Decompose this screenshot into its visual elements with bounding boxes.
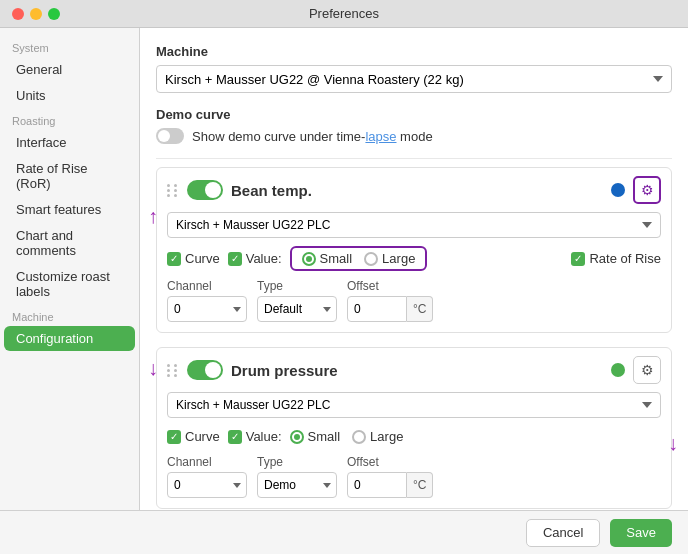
sidebar-item-customize[interactable]: Customize roast labels (4, 264, 135, 304)
bean-temp-type-label: Type (257, 279, 337, 293)
arrow-down-indicator: ↓ (148, 357, 158, 380)
drum-pressure-channel-label: Channel (167, 455, 247, 469)
bean-temp-value-checkbox-label[interactable]: ✓ Value: (228, 251, 282, 266)
drag-handle-bean[interactable] (167, 184, 179, 197)
sidebar-section-system: System (0, 36, 139, 56)
bean-temp-gear-button[interactable]: ⚙ (633, 176, 661, 204)
bean-temp-ror-checkbox[interactable]: ✓ (571, 252, 585, 266)
sidebar-item-configuration[interactable]: Configuration (4, 326, 135, 351)
drum-pressure-plc-select[interactable]: Kirsch + Mausser UG22 PLC (167, 392, 661, 418)
drum-pressure-offset-group: Offset °C (347, 455, 433, 498)
sidebar-section-roasting: Roasting (0, 109, 139, 129)
drum-pressure-options-row: ✓ Curve ✓ Value: (167, 426, 661, 447)
sidebar-item-general[interactable]: General (4, 57, 135, 82)
bean-temp-toggle[interactable] (187, 180, 223, 200)
cancel-button[interactable]: Cancel (526, 519, 600, 547)
demo-curve-label: Demo curve (156, 107, 672, 122)
maximize-button[interactable] (48, 8, 60, 20)
drum-pressure-value-checkbox[interactable]: ✓ (228, 430, 242, 444)
bean-temp-size-radio-group: Small Large (290, 246, 428, 271)
bean-temp-body: Kirsch + Mausser UG22 PLC ✓ Curve ✓ Valu… (157, 212, 671, 332)
bean-temp-options-row: ✓ Curve ✓ Value: (167, 246, 661, 271)
bean-temp-channel-select[interactable]: 0 (167, 296, 247, 322)
bean-temp-small-radio-label[interactable]: Small (302, 251, 353, 266)
bean-temp-type-select[interactable]: Default (257, 296, 337, 322)
drum-pressure-channel-select[interactable]: 0 (167, 472, 247, 498)
drum-pressure-header: Drum pressure ⚙ (157, 348, 671, 392)
bean-temp-channel-group: Channel 0 (167, 279, 247, 322)
main-content: Machine Kirsch + Mausser UG22 @ Vienna R… (140, 28, 688, 510)
bean-temp-name: Bean temp. (231, 182, 603, 199)
drum-pressure-name: Drum pressure (231, 362, 603, 379)
sidebar-item-smart[interactable]: Smart features (4, 197, 135, 222)
sidebar-item-ror[interactable]: Rate of Rise (RoR) (4, 156, 135, 196)
drum-pressure-type-group: Type Demo (257, 455, 337, 498)
save-button[interactable]: Save (610, 519, 672, 547)
drum-pressure-gear-button[interactable]: ⚙ (633, 356, 661, 384)
drum-pressure-type-label: Type (257, 455, 337, 469)
bean-temp-offset-input[interactable] (347, 296, 407, 322)
bean-temp-card: Bean temp. ⚙ Kirsch + Mausser UG22 PLC (156, 167, 672, 333)
drum-pressure-curve-checkbox-label[interactable]: ✓ Curve (167, 429, 220, 444)
drum-pressure-offset-label: Offset (347, 455, 433, 469)
footer: Cancel Save (0, 510, 688, 554)
bean-temp-large-radio[interactable] (364, 252, 378, 266)
drum-pressure-size-radio-group: Small Large (290, 426, 404, 447)
drag-handle-drum[interactable] (167, 364, 179, 377)
arrow-down-right-indicator: ↓ (668, 432, 678, 455)
bean-temp-offset-group: Offset °C (347, 279, 433, 322)
demo-curve-section: Demo curve Show demo curve under time-la… (156, 107, 672, 144)
bean-temp-color (611, 183, 625, 197)
drum-pressure-curve-checkbox[interactable]: ✓ (167, 430, 181, 444)
bean-temp-channel-label: Channel (167, 279, 247, 293)
bean-temp-type-group: Type Default (257, 279, 337, 322)
sidebar-section-machine: Machine (0, 305, 139, 325)
sidebar-item-units[interactable]: Units (4, 83, 135, 108)
drum-pressure-body: Kirsch + Mausser UG22 PLC ✓ Curve ✓ Valu… (157, 392, 671, 508)
bean-temp-small-radio[interactable] (302, 252, 316, 266)
bean-temp-value-checkbox[interactable]: ✓ (228, 252, 242, 266)
drum-pressure-offset-input[interactable] (347, 472, 407, 498)
bean-temp-fields: Channel 0 Type Default (167, 279, 661, 322)
titlebar: Preferences (0, 0, 688, 28)
bean-temp-unit: °C (407, 296, 433, 322)
window-controls (12, 8, 60, 20)
window-title: Preferences (309, 6, 379, 21)
bean-temp-curve-checkbox[interactable]: ✓ (167, 252, 181, 266)
bean-temp-large-radio-label[interactable]: Large (364, 251, 415, 266)
demo-curve-text: Show demo curve under time-lapse mode (192, 129, 433, 144)
machine-select[interactable]: Kirsch + Mausser UG22 @ Vienna Roastery … (156, 65, 672, 93)
bean-temp-plc-select[interactable]: Kirsch + Mausser UG22 PLC (167, 212, 661, 238)
demo-curve-toggle[interactable] (156, 128, 184, 144)
drum-pressure-large-radio-label[interactable]: Large (352, 429, 403, 444)
drum-pressure-channel-group: Channel 0 (167, 455, 247, 498)
drum-pressure-value-checkbox-label[interactable]: ✓ Value: (228, 429, 282, 444)
bean-temp-offset-label: Offset (347, 279, 433, 293)
demo-curve-row: Show demo curve under time-lapse mode (156, 128, 672, 144)
machine-section-label: Machine (156, 44, 672, 59)
bean-temp-header: Bean temp. ⚙ (157, 168, 671, 212)
minimize-button[interactable] (30, 8, 42, 20)
bean-temp-ror-checkbox-label[interactable]: ✓ Rate of Rise (571, 251, 661, 266)
sidebar-item-interface[interactable]: Interface (4, 130, 135, 155)
bean-temp-curve-checkbox-label[interactable]: ✓ Curve (167, 251, 220, 266)
arrow-up-indicator: ↑ (148, 205, 158, 228)
drum-pressure-unit: °C (407, 472, 433, 498)
close-button[interactable] (12, 8, 24, 20)
drum-pressure-color (611, 363, 625, 377)
sidebar: System General Units Roasting Interface … (0, 28, 140, 510)
drum-pressure-small-radio-label[interactable]: Small (290, 429, 341, 444)
machine-select-row: Kirsch + Mausser UG22 @ Vienna Roastery … (156, 65, 672, 93)
sidebar-item-chart[interactable]: Chart and comments (4, 223, 135, 263)
drum-pressure-small-radio[interactable] (290, 430, 304, 444)
drum-pressure-fields: Channel 0 Type Demo (167, 455, 661, 498)
drum-pressure-large-radio[interactable] (352, 430, 366, 444)
drum-pressure-card: Drum pressure ⚙ Kirsch + Mausser UG22 PL… (156, 347, 672, 509)
drum-pressure-toggle[interactable] (187, 360, 223, 380)
drum-pressure-type-select[interactable]: Demo (257, 472, 337, 498)
